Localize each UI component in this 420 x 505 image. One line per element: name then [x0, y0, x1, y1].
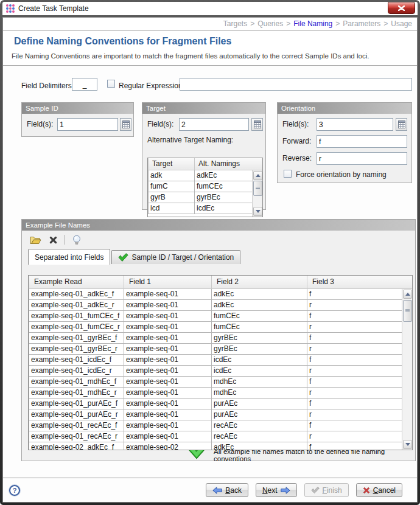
table-cell[interactable]: recAEc [212, 420, 307, 431]
table-cell[interactable]: mdhEc [212, 376, 307, 387]
table-cell[interactable]: gyrBEc [212, 332, 307, 343]
table-row[interactable]: icdicdEc [149, 203, 263, 214]
table-cell[interactable]: f [307, 332, 413, 343]
table-cell[interactable]: r [307, 387, 413, 398]
table-cell[interactable]: recAEc [212, 431, 307, 442]
table-row[interactable]: fumCfumCEc [149, 181, 263, 192]
table-cell[interactable]: example-seq-01_recAEc_f [29, 420, 124, 431]
table-cell[interactable]: fumCEc [212, 321, 307, 332]
table-cell[interactable]: f [307, 310, 413, 321]
table-cell[interactable]: example-seq-01_mdhEc_f [29, 376, 124, 387]
table-cell[interactable]: example-seq-02 [124, 442, 212, 450]
table-cell[interactable]: example-seq-01 [124, 409, 212, 420]
table-row[interactable]: example-seq-01_fumCEc_rexample-seq-01fum… [29, 321, 413, 332]
tab-sample-target-orientation[interactable]: Sample ID / Target / Orientation [111, 250, 240, 264]
table-cell[interactable]: example-seq-01_purAEc_r [29, 409, 124, 420]
table-row[interactable]: example-seq-01_fumCEc_fexample-seq-01fum… [29, 310, 413, 321]
table-cell[interactable]: example-seq-01 [124, 365, 212, 376]
table-cell[interactable]: example-seq-01_adkEc_r [29, 299, 124, 310]
table-cell[interactable]: f [307, 420, 413, 431]
scroll-up-button[interactable] [403, 290, 412, 299]
table-cell[interactable]: example-seq-01 [124, 398, 212, 409]
table-cell[interactable]: adkEc [212, 442, 307, 450]
table-cell[interactable]: f [307, 288, 413, 299]
table-cell[interactable]: purAEc [212, 398, 307, 409]
table-cell[interactable]: adk [149, 170, 195, 181]
table-cell[interactable]: r [307, 431, 413, 442]
table-row[interactable]: example-seq-01_purAEc_rexample-seq-01pur… [29, 409, 413, 420]
table-cell[interactable]: r [307, 365, 413, 376]
table-cell[interactable]: purAEc [212, 409, 307, 420]
table-cell[interactable]: example-seq-01_gyrBEc_f [29, 332, 124, 343]
alt-table-scrollbar[interactable] [252, 170, 262, 217]
table-cell[interactable]: example-seq-01 [124, 310, 212, 321]
table-cell[interactable]: f [307, 354, 413, 365]
cancel-button[interactable]: Cancel [356, 483, 402, 497]
table-cell[interactable]: f [307, 398, 413, 409]
table-cell[interactable]: icdEc [212, 354, 307, 365]
table-cell[interactable]: icd [149, 203, 195, 214]
col-field-1[interactable]: Field 1 [124, 276, 212, 288]
regex-checkbox[interactable] [107, 80, 115, 88]
forward-input[interactable] [317, 135, 407, 148]
table-row[interactable]: example-seq-01_icdEc_rexample-seq-01icdE… [29, 365, 413, 376]
table-cell[interactable]: example-seq-01 [124, 420, 212, 431]
target-fields-input[interactable] [179, 118, 249, 131]
sample-id-field-picker-button[interactable] [120, 118, 131, 131]
table-cell[interactable]: f [307, 376, 413, 387]
table-cell[interactable]: example-seq-01_fumCEc_f [29, 310, 124, 321]
table-cell[interactable]: example-seq-01_purAEc_f [29, 398, 124, 409]
table-cell[interactable]: example-seq-01_gyrBEc_r [29, 343, 124, 354]
scroll-down-button[interactable] [403, 440, 412, 449]
table-cell[interactable]: example-seq-01 [124, 321, 212, 332]
example-table-scrollbar[interactable] [402, 289, 412, 450]
force-orientation-checkbox[interactable] [284, 170, 292, 178]
table-row[interactable]: example-seq-01_recAEc_rexample-seq-01rec… [29, 431, 413, 442]
table-cell[interactable]: example-seq-01 [124, 431, 212, 442]
table-cell[interactable]: r [307, 299, 413, 310]
scroll-up-button[interactable] [253, 171, 262, 180]
table-cell[interactable]: gyrB [149, 192, 195, 203]
suggest-convention-button[interactable] [71, 234, 83, 245]
close-button[interactable] [388, 2, 415, 14]
next-button[interactable]: Next [256, 483, 297, 497]
table-row[interactable]: example-seq-01_mdhEc_rexample-seq-01mdhE… [29, 387, 413, 398]
table-cell[interactable]: r [307, 409, 413, 420]
alt-col-namings[interactable]: Alt. Namings [195, 158, 263, 170]
table-row[interactable]: example-seq-01_mdhEc_fexample-seq-01mdhE… [29, 376, 413, 387]
table-cell[interactable]: example-seq-01 [124, 299, 212, 310]
table-row[interactable]: example-seq-01_purAEc_fexample-seq-01pur… [29, 398, 413, 409]
table-cell[interactable]: example-seq-01 [124, 354, 212, 365]
table-cell[interactable]: example-seq-02_adkEc_f [29, 442, 124, 450]
remove-example-button[interactable] [47, 234, 59, 245]
step-targets[interactable]: Targets [223, 19, 247, 28]
table-cell[interactable]: example-seq-01_recAEc_r [29, 431, 124, 442]
table-cell[interactable]: example-seq-01 [124, 288, 212, 299]
table-cell[interactable]: example-seq-01_adkEc_f [29, 288, 124, 299]
table-row[interactable]: example-seq-01_adkEc_rexample-seq-01adkE… [29, 299, 413, 310]
table-cell[interactable]: example-seq-01 [124, 332, 212, 343]
table-row[interactable]: gyrBgyrBEc [149, 192, 263, 203]
table-cell[interactable]: example-seq-01_icdEc_r [29, 365, 124, 376]
table-cell[interactable]: fumC [149, 181, 195, 192]
regex-input[interactable] [180, 78, 412, 91]
table-cell[interactable]: r [307, 343, 413, 354]
sample-id-fields-input[interactable] [57, 118, 118, 131]
field-delimiters-input[interactable] [72, 78, 97, 91]
table-cell[interactable]: gyrBEc [212, 343, 307, 354]
col-field-2[interactable]: Field 2 [212, 276, 307, 288]
target-field-picker-button[interactable] [251, 118, 263, 131]
table-cell[interactable]: f [307, 442, 413, 450]
table-cell[interactable]: fumCEc [212, 310, 307, 321]
table-cell[interactable]: example-seq-01_mdhEc_r [29, 387, 124, 398]
table-cell[interactable]: example-seq-01 [124, 376, 212, 387]
alt-col-target[interactable]: Target [149, 158, 195, 170]
table-cell[interactable]: mdhEc [212, 387, 307, 398]
table-cell[interactable]: example-seq-01 [124, 387, 212, 398]
open-files-button[interactable] [29, 234, 41, 245]
reverse-input[interactable] [317, 152, 407, 165]
scroll-down-button[interactable] [253, 207, 262, 216]
table-cell[interactable]: r [307, 321, 413, 332]
table-cell[interactable]: example-seq-01_icdEc_f [29, 354, 124, 365]
back-button[interactable]: Back [206, 483, 248, 497]
